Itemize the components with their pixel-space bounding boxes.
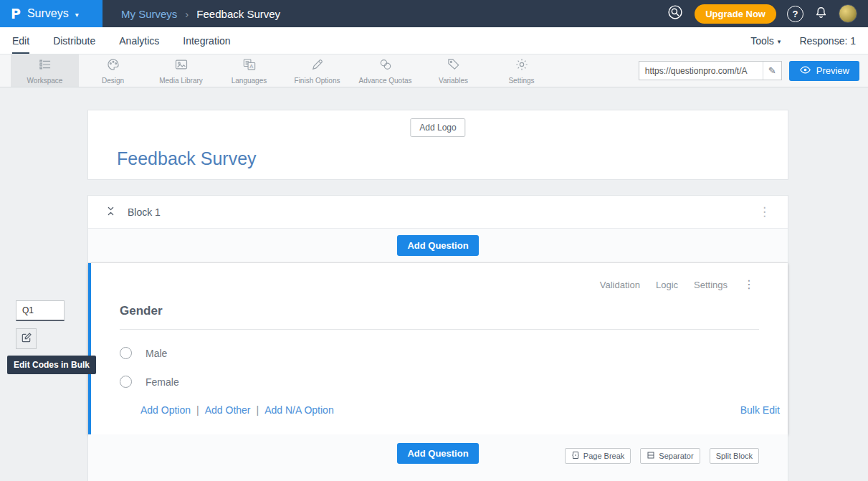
question-toolbar: Validation Logic Settings ⋮ <box>600 279 755 290</box>
surveys-product-menu[interactable]: P Surveys ▾ <box>0 0 102 27</box>
option-links-row: Add Option | Add Other | Add N/A Option … <box>140 404 759 416</box>
block-kebab-menu-icon[interactable]: ⋮ <box>758 206 771 218</box>
toolbar-item-finish-options[interactable]: Finish Options <box>283 54 351 87</box>
toolbar-label: Languages <box>232 77 267 85</box>
nav-right: Tools ▾ Response: 1 <box>750 27 856 54</box>
chevron-down-icon: ▾ <box>75 11 79 19</box>
editor-toolbar: Workspace Design Media Library A <box>0 54 868 87</box>
tools-label: Tools <box>750 35 774 47</box>
toolbar-item-workspace[interactable]: Workspace <box>11 54 79 87</box>
survey-title[interactable]: Feedback Survey <box>117 148 257 169</box>
tab-edit[interactable]: Edit <box>12 27 29 54</box>
languages-icon: A <box>242 57 257 75</box>
edit-pencil-square-icon <box>21 332 32 346</box>
add-question-row-bottom: Add Question Page Break <box>88 434 788 481</box>
toolbar-label: Advance Quotas <box>359 77 412 85</box>
toolbar-item-advance-quotas[interactable]: Advance Quotas <box>351 54 419 87</box>
separator-label: Separator <box>659 452 693 460</box>
survey-header-card: Add Logo Feedback Survey <box>87 110 788 180</box>
settings-gear-icon <box>515 57 529 75</box>
add-question-button-bottom[interactable]: Add Question <box>397 443 478 464</box>
question-title[interactable]: Gender <box>120 304 759 330</box>
block-card: Block 1 ⋮ Add Question Validation Logic … <box>87 195 788 481</box>
upgrade-now-button[interactable]: Upgrade Now <box>695 4 776 24</box>
tab-analytics[interactable]: Analytics <box>119 27 159 54</box>
question-kebab-menu-icon[interactable]: ⋮ <box>743 279 755 290</box>
collapse-block-button[interactable] <box>105 206 116 219</box>
search-icon <box>667 4 684 23</box>
page-break-label: Page Break <box>583 452 624 460</box>
tools-menu[interactable]: Tools ▾ <box>750 35 781 47</box>
radio-button-icon[interactable] <box>120 347 132 359</box>
edit-codes-button[interactable] <box>16 328 37 349</box>
tab-distribute[interactable]: Distribute <box>53 27 95 54</box>
toolbar-item-languages[interactable]: A Languages <box>215 54 283 87</box>
toolbar-label: Design <box>102 77 124 85</box>
add-logo-button[interactable]: Add Logo <box>410 118 465 137</box>
tab-integration[interactable]: Integration <box>183 27 230 54</box>
survey-url-input[interactable] <box>639 62 763 80</box>
toolbar-item-settings[interactable]: Settings <box>487 54 555 87</box>
option-row: Male <box>120 347 759 359</box>
finish-options-pen-icon <box>310 57 325 75</box>
link-separator: | <box>196 404 199 416</box>
advance-quotas-links-icon <box>378 57 393 75</box>
question-mark-icon: ? <box>793 9 798 19</box>
breadcrumb-separator-icon: › <box>185 8 189 20</box>
survey-url-group: ✎ <box>639 61 782 80</box>
topbar-actions: Upgrade Now ? <box>667 4 868 24</box>
page-break-button[interactable]: Page Break <box>565 448 631 464</box>
user-avatar[interactable] <box>839 4 857 23</box>
help-button[interactable]: ? <box>787 6 803 22</box>
question-options: Male Female <box>120 347 759 388</box>
notifications-button[interactable] <box>814 6 828 22</box>
topbar: P Surveys ▾ My Surveys › Feedback Survey… <box>0 0 868 27</box>
toolbar-right: ✎ Preview <box>639 54 868 87</box>
separator-button[interactable]: Separator <box>640 448 700 464</box>
questionpro-logo-icon: P <box>11 6 21 22</box>
toolbar-item-media-library[interactable]: Media Library <box>147 54 215 87</box>
block-title[interactable]: Block 1 <box>128 206 161 218</box>
split-block-button[interactable]: Split Block <box>710 448 759 464</box>
bulk-edit-link[interactable]: Bulk Edit <box>740 404 780 416</box>
toolbar-label: Variables <box>439 77 468 85</box>
preview-label: Preview <box>816 65 849 76</box>
breadcrumb-current-survey: Feedback Survey <box>196 8 280 20</box>
variables-tag-icon <box>447 57 461 75</box>
option-row: Female <box>120 376 759 388</box>
toolbar-item-variables[interactable]: Variables <box>419 54 487 87</box>
workspace-icon <box>38 57 52 75</box>
question-code-input[interactable] <box>16 300 65 321</box>
question-settings-button[interactable]: Settings <box>694 280 728 290</box>
chevron-down-icon: ▾ <box>778 38 781 45</box>
design-palette-icon <box>106 57 120 75</box>
product-name: Surveys <box>27 7 69 20</box>
edit-url-button[interactable]: ✎ <box>763 62 781 80</box>
option-label-male[interactable]: Male <box>146 348 167 359</box>
add-question-row-top: Add Question <box>88 229 788 263</box>
survey-canvas: Add Logo Feedback Survey Block 1 ⋮ Add Q… <box>0 87 868 481</box>
response-count[interactable]: Response: 1 <box>799 35 856 47</box>
question-validation-button[interactable]: Validation <box>600 280 640 290</box>
add-other-link[interactable]: Add Other <box>205 404 251 416</box>
split-block-label: Split Block <box>716 452 753 460</box>
toolbar-label: Workspace <box>27 77 63 85</box>
preview-button[interactable]: Preview <box>789 61 859 81</box>
add-option-link[interactable]: Add Option <box>140 404 191 416</box>
radio-button-icon[interactable] <box>120 376 132 388</box>
edit-codes-tooltip: Edit Codes in Bulk <box>7 356 96 374</box>
add-question-button-top[interactable]: Add Question <box>397 235 478 256</box>
svg-text:A: A <box>249 62 253 69</box>
breadcrumb-my-surveys[interactable]: My Surveys <box>121 8 177 20</box>
search-button[interactable] <box>667 4 684 23</box>
toolbar-label: Media Library <box>159 77 203 85</box>
pencil-icon: ✎ <box>768 65 776 76</box>
add-na-option-link[interactable]: Add N/A Option <box>264 404 334 416</box>
toolbar-label: Finish Options <box>295 77 340 85</box>
toolbar-item-design[interactable]: Design <box>79 54 147 87</box>
separator-icon <box>647 451 655 461</box>
question-card: Validation Logic Settings ⋮ Gender Male … <box>88 263 788 434</box>
toolbar-label: Settings <box>508 77 534 85</box>
option-label-female[interactable]: Female <box>146 376 179 388</box>
question-logic-button[interactable]: Logic <box>656 280 678 290</box>
